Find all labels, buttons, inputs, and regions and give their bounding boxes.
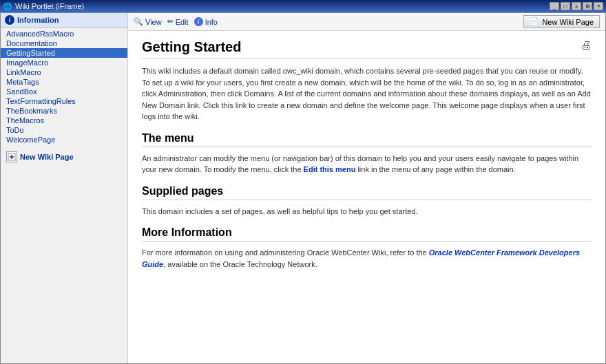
oracle-guide-link[interactable]: Oracle WebCenter Framework Developers Gu… bbox=[142, 248, 580, 268]
article-title: Getting Started bbox=[142, 39, 592, 58]
nav-item-macros[interactable]: TheMacros bbox=[1, 116, 127, 125]
info-button[interactable]: i Info bbox=[194, 17, 218, 26]
nav-link-todo[interactable]: ToDo bbox=[6, 126, 122, 134]
nav-link-link-macro[interactable]: LinkMacro bbox=[6, 68, 122, 76]
nav-link-text-formatting[interactable]: TextFormattingRules bbox=[6, 97, 122, 105]
info-icon: i bbox=[194, 17, 203, 26]
settings-btn[interactable]: ⚙ bbox=[583, 2, 592, 10]
print-icon[interactable]: 🖨 bbox=[581, 39, 592, 52]
new-wiki-page-button[interactable]: 📄 New Wiki Page bbox=[523, 15, 600, 28]
minimize-btn[interactable]: _ bbox=[550, 2, 559, 10]
edit-icon: ✏ bbox=[167, 17, 174, 26]
nav-item-link-macro[interactable]: LinkMacro bbox=[1, 67, 127, 77]
nav-link-image-macro[interactable]: ImageMacro bbox=[6, 58, 122, 67]
nav-item-advanced-rss[interactable]: AdvancedRssMacro bbox=[1, 29, 127, 39]
new-page-icon bbox=[6, 151, 17, 162]
nav-item-getting-started[interactable]: GettingStarted bbox=[1, 48, 127, 58]
new-wiki-label: New Wiki Page bbox=[542, 18, 594, 26]
article-content: 🖨 Getting Started This wiki includes a d… bbox=[128, 31, 605, 363]
view-button[interactable]: 🔍 View bbox=[134, 17, 162, 26]
nav-link-welcome[interactable]: WelcomePage bbox=[6, 136, 122, 144]
sidebar-header-label: Information bbox=[17, 16, 59, 24]
nav-item-todo[interactable]: ToDo bbox=[1, 125, 127, 135]
nav-link-getting-started[interactable]: GettingStarted bbox=[6, 49, 122, 57]
nav-item-documentation[interactable]: Documentation bbox=[1, 39, 127, 48]
content-area: 🔍 View ✏ Edit i Info 📄 New Wiki Page 🖨 bbox=[128, 13, 605, 363]
nav-link-advanced-rss[interactable]: AdvancedRssMacro bbox=[6, 30, 122, 38]
more-info-paragraph: For more information on using and admini… bbox=[142, 247, 592, 270]
title-bar-icon: 🌐 bbox=[3, 2, 12, 11]
help-btn[interactable]: ? bbox=[594, 2, 603, 10]
the-menu-heading: The menu bbox=[142, 132, 592, 147]
nav-link-sandbox[interactable]: SandBox bbox=[6, 87, 122, 96]
view-label: View bbox=[145, 18, 162, 26]
nav-item-welcome[interactable]: WelcomePage bbox=[1, 135, 127, 144]
title-bar: 🌐 Wiki Portlet (iFrame) _ □ × ⚙ ? bbox=[0, 0, 606, 12]
title-bar-left: 🌐 Wiki Portlet (iFrame) bbox=[3, 2, 84, 11]
menu-paragraph: An administrator can modify the menu (or… bbox=[142, 153, 592, 175]
more-information-heading: More Information bbox=[142, 226, 592, 242]
nav-item-sandbox[interactable]: SandBox bbox=[1, 87, 127, 96]
supplied-pages-heading: Supplied pages bbox=[142, 185, 592, 200]
new-wiki-icon: 📄 bbox=[530, 17, 539, 26]
main-container: i Information AdvancedRssMacro Documenta… bbox=[0, 12, 606, 364]
edit-button[interactable]: ✏ Edit bbox=[167, 17, 189, 26]
new-page-label: New Wiki Page bbox=[20, 153, 74, 161]
nav-item-image-macro[interactable]: ImageMacro bbox=[1, 58, 127, 67]
sidebar-header: i Information bbox=[1, 13, 127, 28]
supplied-pages-paragraph: This domain includes a set of pages, as … bbox=[142, 206, 592, 217]
edit-label: Edit bbox=[176, 18, 189, 26]
toolbar: 🔍 View ✏ Edit i Info 📄 New Wiki Page bbox=[128, 13, 605, 31]
article-body: This wiki includes a default domain call… bbox=[142, 65, 592, 270]
nav-link-meta-tags[interactable]: MetaTags bbox=[6, 78, 122, 86]
nav-link-macros[interactable]: TheMacros bbox=[6, 116, 122, 125]
sidebar-nav: AdvancedRssMacro Documentation GettingSt… bbox=[1, 28, 127, 146]
nav-item-text-formatting[interactable]: TextFormattingRules bbox=[1, 96, 127, 106]
title-bar-controls[interactable]: _ □ × ⚙ ? bbox=[550, 2, 603, 10]
view-icon: 🔍 bbox=[134, 17, 143, 26]
close-btn[interactable]: × bbox=[572, 2, 581, 10]
nav-link-bookmarks[interactable]: TheBookmarks bbox=[6, 107, 122, 115]
nav-link-documentation[interactable]: Documentation bbox=[6, 39, 122, 47]
sidebar: i Information AdvancedRssMacro Documenta… bbox=[1, 13, 128, 363]
edit-this-menu-link[interactable]: Edit this menu bbox=[304, 165, 356, 173]
intro-paragraph: This wiki includes a default domain call… bbox=[142, 65, 592, 122]
maximize-btn[interactable]: □ bbox=[561, 2, 570, 10]
sidebar-new-page[interactable]: New Wiki Page bbox=[1, 149, 127, 165]
sidebar-info-icon: i bbox=[5, 15, 14, 25]
toolbar-left: 🔍 View ✏ Edit i Info bbox=[134, 17, 218, 26]
info-label: Info bbox=[205, 18, 218, 26]
nav-item-bookmarks[interactable]: TheBookmarks bbox=[1, 106, 127, 116]
title-bar-text: Wiki Portlet (iFrame) bbox=[15, 2, 84, 10]
nav-item-meta-tags[interactable]: MetaTags bbox=[1, 77, 127, 87]
